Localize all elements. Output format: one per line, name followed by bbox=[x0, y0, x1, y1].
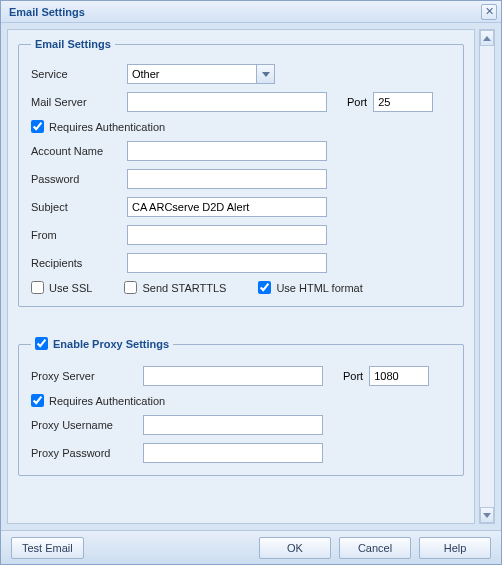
email-settings-group: Email Settings Service Other Mail Server… bbox=[18, 38, 464, 307]
cancel-button[interactable]: Cancel bbox=[339, 537, 411, 559]
use-html-check[interactable] bbox=[258, 281, 271, 294]
scroll-down-button[interactable] bbox=[480, 507, 494, 523]
content-panel: Email Settings Service Other Mail Server… bbox=[7, 29, 475, 524]
help-button[interactable]: Help bbox=[419, 537, 491, 559]
enable-proxy-check[interactable] bbox=[35, 337, 48, 350]
use-ssl-checkbox[interactable]: Use SSL bbox=[31, 281, 92, 294]
ok-button[interactable]: OK bbox=[259, 537, 331, 559]
email-settings-dialog: Email Settings ✕ Email Settings Service … bbox=[0, 0, 502, 565]
proxy-password-input[interactable] bbox=[143, 443, 323, 463]
account-name-input[interactable] bbox=[127, 141, 327, 161]
email-requires-auth-check[interactable] bbox=[31, 120, 44, 133]
chevron-down-icon bbox=[483, 513, 491, 518]
test-email-button[interactable]: Test Email bbox=[11, 537, 84, 559]
email-settings-legend: Email Settings bbox=[31, 38, 115, 50]
window-title: Email Settings bbox=[5, 6, 85, 18]
service-label: Service bbox=[31, 68, 127, 80]
proxy-username-label: Proxy Username bbox=[31, 419, 143, 431]
close-button[interactable]: ✕ bbox=[481, 4, 497, 20]
proxy-settings-group: Enable Proxy Settings Proxy Server Port … bbox=[18, 337, 464, 476]
proxy-password-label: Proxy Password bbox=[31, 447, 143, 459]
proxy-username-input[interactable] bbox=[143, 415, 323, 435]
proxy-requires-auth-label: Requires Authentication bbox=[49, 395, 165, 407]
scroll-up-button[interactable] bbox=[480, 30, 494, 46]
email-requires-auth-checkbox[interactable]: Requires Authentication bbox=[31, 120, 165, 133]
proxy-requires-auth-check[interactable] bbox=[31, 394, 44, 407]
button-bar: Test Email OK Cancel Help bbox=[1, 530, 501, 564]
close-icon: ✕ bbox=[485, 6, 494, 17]
use-html-label: Use HTML format bbox=[276, 282, 362, 294]
subject-label: Subject bbox=[31, 201, 127, 213]
proxy-port-input[interactable] bbox=[369, 366, 429, 386]
account-name-label: Account Name bbox=[31, 145, 127, 157]
email-password-input[interactable] bbox=[127, 169, 327, 189]
chevron-down-icon bbox=[256, 65, 274, 83]
email-port-input[interactable] bbox=[373, 92, 433, 112]
enable-proxy-checkbox[interactable]: Enable Proxy Settings bbox=[35, 337, 169, 350]
email-requires-auth-label: Requires Authentication bbox=[49, 121, 165, 133]
from-label: From bbox=[31, 229, 127, 241]
chevron-up-icon bbox=[483, 36, 491, 41]
use-ssl-check[interactable] bbox=[31, 281, 44, 294]
vertical-scrollbar[interactable] bbox=[479, 29, 495, 524]
service-select[interactable]: Other bbox=[127, 64, 275, 84]
use-html-checkbox[interactable]: Use HTML format bbox=[258, 281, 362, 294]
proxy-requires-auth-checkbox[interactable]: Requires Authentication bbox=[31, 394, 165, 407]
body-area: Email Settings Service Other Mail Server… bbox=[1, 23, 501, 530]
email-password-label: Password bbox=[31, 173, 127, 185]
enable-proxy-label: Enable Proxy Settings bbox=[53, 338, 169, 350]
send-starttls-checkbox[interactable]: Send STARTTLS bbox=[124, 281, 226, 294]
use-ssl-label: Use SSL bbox=[49, 282, 92, 294]
from-input[interactable] bbox=[127, 225, 327, 245]
mail-server-label: Mail Server bbox=[31, 96, 127, 108]
recipients-label: Recipients bbox=[31, 257, 127, 269]
mail-server-input[interactable] bbox=[127, 92, 327, 112]
titlebar: Email Settings ✕ bbox=[1, 1, 501, 23]
subject-input[interactable] bbox=[127, 197, 327, 217]
service-value: Other bbox=[128, 68, 256, 80]
send-starttls-label: Send STARTTLS bbox=[142, 282, 226, 294]
email-port-label: Port bbox=[347, 96, 367, 108]
recipients-input[interactable] bbox=[127, 253, 327, 273]
proxy-port-label: Port bbox=[343, 370, 363, 382]
proxy-server-input[interactable] bbox=[143, 366, 323, 386]
proxy-server-label: Proxy Server bbox=[31, 370, 143, 382]
send-starttls-check[interactable] bbox=[124, 281, 137, 294]
